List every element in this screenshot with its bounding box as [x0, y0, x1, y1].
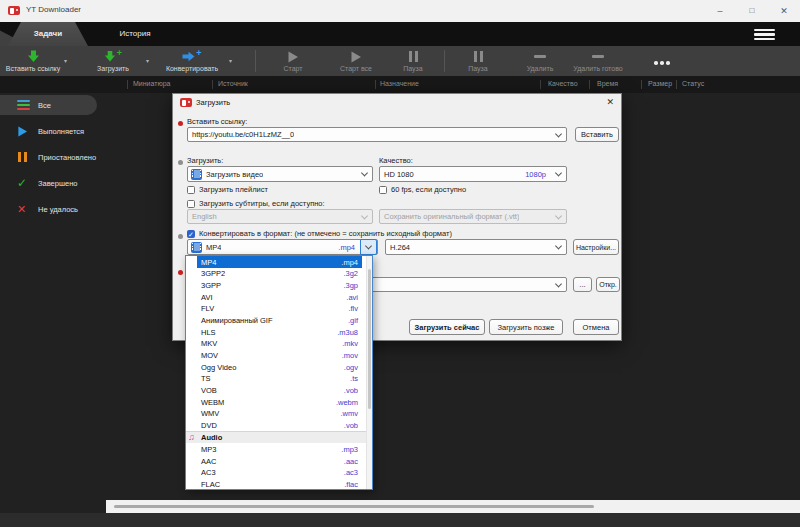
convert-checkbox[interactable]: ✓ — [187, 230, 195, 238]
column-time[interactable]: Время — [597, 80, 618, 87]
app-logo-icon — [8, 6, 20, 15]
download-plus-icon: + — [82, 46, 144, 65]
format-option-mp4[interactable]: MP4.mp4 — [186, 256, 372, 268]
close-button[interactable]: ✕ — [768, 0, 800, 22]
format-select[interactable]: MP4 .mp4 — [187, 239, 378, 255]
playlist-checkbox[interactable] — [187, 186, 195, 194]
maximize-button[interactable]: □ — [736, 0, 768, 22]
format-option-ac3[interactable]: AC3.ac3 — [186, 467, 372, 479]
download-caret-icon[interactable]: ▾ — [146, 57, 149, 64]
fps-checkbox[interactable] — [379, 186, 387, 194]
chevron-down-icon[interactable] — [555, 242, 562, 249]
sidebar-item-all[interactable]: Все — [0, 95, 97, 115]
convert-caret-icon[interactable]: ▾ — [229, 57, 232, 64]
open-folder-button[interactable]: Откр. — [596, 277, 620, 292]
format-option-gif[interactable]: Анимированный GIF.gif — [186, 314, 372, 326]
format-option-webm[interactable]: WEBM.webm — [186, 396, 372, 408]
chevron-down-icon[interactable] — [555, 130, 562, 137]
hamburger-menu-icon[interactable] — [754, 29, 775, 40]
subtitles-checkbox[interactable] — [187, 200, 195, 208]
tab-bar: Задачи История — [0, 22, 800, 46]
format-option-mkv[interactable]: MKV.mkv — [186, 337, 372, 349]
codec-select[interactable]: H.264 — [385, 239, 567, 255]
dropdown-scrollbar-thumb[interactable] — [368, 269, 371, 409]
column-thumbnail[interactable]: Миниатюра — [133, 80, 171, 87]
format-option-dvd[interactable]: DVD.vob — [186, 419, 372, 431]
chevron-down-icon[interactable] — [555, 169, 562, 176]
format-dropdown-button[interactable] — [360, 239, 377, 255]
format-option-ts[interactable]: TS.ts — [186, 372, 372, 384]
start-button[interactable]: Старт — [262, 46, 324, 76]
settings-button[interactable]: Настройки... — [573, 239, 619, 255]
column-size[interactable]: Размер — [648, 80, 672, 87]
audio-section-header: ♫ Audio — [186, 431, 372, 444]
subtitle-format-select[interactable]: Сохранить оригинальный формат (.vtt) — [379, 209, 567, 224]
quality-tag: 1080p — [525, 170, 546, 179]
sidebar-item-completed[interactable]: ✓ Завершено — [0, 173, 77, 193]
format-option-wmv[interactable]: WMV.wmv — [186, 407, 372, 419]
paste-link-caret-icon[interactable]: ▾ — [64, 57, 67, 64]
chevron-down-icon[interactable] — [361, 169, 368, 176]
tab-history[interactable]: История — [95, 22, 175, 46]
chevron-down-icon[interactable] — [555, 280, 562, 287]
tab-tasks[interactable]: Задачи — [8, 22, 88, 46]
scrollbar-thumb[interactable] — [114, 505, 594, 508]
playlist-label: Загрузить плейлист — [199, 185, 268, 194]
required-bullet — [178, 270, 183, 275]
format-option-flv[interactable]: FLV.flv — [186, 303, 372, 315]
dialog-logo-icon — [180, 98, 192, 107]
format-option-flac[interactable]: FLAC.flac — [186, 478, 372, 490]
format-option-hls[interactable]: HLS.m3u8 — [186, 326, 372, 338]
sidebar-item-running[interactable]: Выполняется — [0, 121, 84, 141]
url-input[interactable]: https://youtu.be/c0H1LzMZ__0 — [187, 127, 567, 142]
minimize-button[interactable]: – — [704, 0, 736, 22]
running-play-icon — [17, 126, 30, 137]
format-option-ogg[interactable]: Ogg Video.ogv — [186, 361, 372, 373]
cancel-button[interactable]: Отмена — [573, 319, 619, 335]
film-icon — [191, 169, 202, 180]
format-option-3gpp[interactable]: 3GPP.3gp — [186, 279, 372, 291]
music-note-icon: ♫ — [188, 432, 195, 442]
browse-button[interactable]: ... — [573, 277, 592, 292]
table-header: Миниатюра Источник Назначение Качество В… — [0, 76, 800, 93]
fps-label: 60 fps, если доступно — [391, 185, 466, 194]
convert-button[interactable]: + Конвертировать — [156, 46, 228, 76]
download-button[interactable]: + Загрузить — [82, 46, 144, 76]
download-later-button[interactable]: Загрузить позже — [489, 319, 563, 335]
format-option-mp3[interactable]: MP3.mp3 — [186, 443, 372, 455]
column-status[interactable]: Статус — [682, 80, 704, 87]
column-destination[interactable]: Назначение — [380, 80, 419, 87]
more-options-button[interactable] — [642, 46, 682, 76]
paste-link-button[interactable]: Вставить ссылку — [0, 46, 66, 76]
pause-button[interactable]: Пауза — [384, 46, 442, 76]
format-option-mov[interactable]: MOV.mov — [186, 349, 372, 361]
download-now-button[interactable]: Загрузить сейчас — [409, 319, 485, 335]
format-option-aac[interactable]: AAC.aac — [186, 455, 372, 467]
column-quality[interactable]: Качество — [548, 80, 578, 87]
pause-all-button[interactable]: Пауза — [449, 46, 507, 76]
subtitles-label: Загрузить субтитры, если доступно: — [199, 199, 325, 208]
sidebar-item-paused[interactable]: Приостановлено — [0, 147, 96, 167]
failed-cross-icon: ✕ — [17, 203, 30, 216]
paste-button[interactable]: Вставить — [575, 127, 619, 142]
chevron-down-icon — [555, 212, 562, 219]
section-bullet — [178, 160, 183, 165]
bottom-strip — [0, 513, 800, 527]
format-option-3gpp2[interactable]: 3GPP2.3g2 — [186, 268, 372, 280]
all-list-icon — [17, 100, 30, 111]
sidebar-item-failed[interactable]: ✕ Не удалось — [0, 199, 78, 219]
dropdown-scrollbar[interactable] — [366, 256, 372, 489]
quality-select[interactable]: HD 1080 1080p — [379, 166, 567, 182]
start-all-button[interactable]: Старт все — [324, 46, 388, 76]
delete-done-button[interactable]: Удалить готово — [556, 46, 640, 76]
subtitle-language-select[interactable]: English — [187, 209, 373, 224]
horizontal-scrollbar[interactable] — [106, 500, 800, 513]
download-type-select[interactable]: Загрузить видео — [187, 166, 373, 182]
chevron-down-icon — [361, 212, 368, 219]
convert-label: Конвертировать в формат: (не отмечено = … — [199, 229, 452, 238]
dialog-close-icon[interactable]: ✕ — [606, 97, 614, 107]
pause-all-icon — [449, 46, 507, 65]
column-source[interactable]: Источник — [218, 80, 248, 87]
format-option-avi[interactable]: AVI.avi — [186, 291, 372, 303]
format-option-vob[interactable]: VOB.vob — [186, 384, 372, 396]
